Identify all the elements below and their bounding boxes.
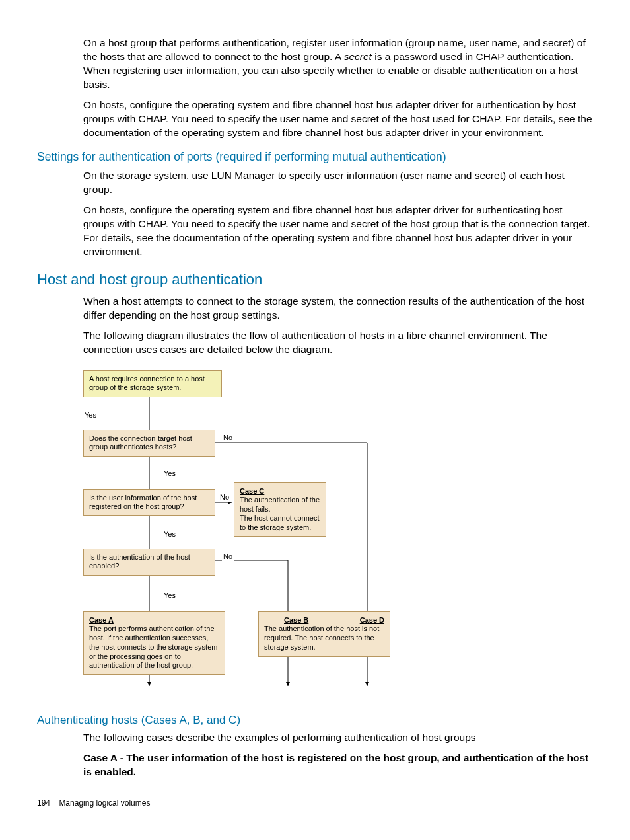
page-number: 194 [37, 798, 50, 808]
flowchart-case-title: Case D [360, 616, 384, 625]
flowchart-label-yes: Yes [162, 592, 177, 601]
flowchart-text: Does the connection-target host group au… [89, 434, 192, 451]
flowchart-label-no: No [222, 434, 234, 443]
flowchart-case-title: Case A [89, 616, 114, 624]
flowchart-case-c-box: Case C The authentication of the host fa… [234, 482, 326, 537]
footer-title: Managing logical volumes [59, 798, 150, 808]
flowchart-label-yes: Yes [162, 469, 177, 478]
flowchart-case-title: Case C [240, 487, 264, 495]
italic-term: secret [344, 51, 372, 62]
flowchart-text: Is the authentication of the host enable… [89, 553, 190, 570]
paragraph: On hosts, configure the operating system… [83, 98, 593, 140]
flowchart-question-box: Is the authentication of the host enable… [83, 549, 215, 576]
subheading-settings: Settings for authentication of ports (re… [37, 150, 593, 164]
flowchart-diagram: A host requires connection to a host gro… [83, 370, 400, 701]
flowchart-label-no: No [222, 553, 234, 562]
paragraph: On hosts, configure the operating system… [83, 204, 593, 259]
heading-host-auth: Host and host group authentication [37, 271, 593, 288]
flowchart-text: The authentication of the host is not re… [264, 625, 379, 651]
paragraph: On a host group that performs authentica… [83, 36, 593, 92]
paragraph: On the storage system, use LUN Manager t… [83, 169, 593, 197]
paragraph-bold: Case A - The user information of the hos… [83, 751, 593, 779]
flowchart-text: Is the user information of the host regi… [89, 494, 197, 511]
flowchart-question-box: Does the connection-target host group au… [83, 430, 215, 457]
subheading-auth-hosts: Authenticating hosts (Cases A, B, and C) [37, 714, 593, 727]
flowchart-question-box: Is the user information of the host regi… [83, 489, 215, 517]
flowchart-case-bd-box: Case B Case D The authentication of the … [258, 611, 390, 657]
paragraph: The following diagram illustrates the fl… [83, 329, 593, 357]
flowchart-text: The port performs authentication of the … [89, 625, 217, 669]
flowchart-label-yes: Yes [162, 530, 177, 539]
page-footer: 194 Managing logical volumes [37, 798, 593, 808]
flowchart-case-a-box: Case A The port performs authentication … [83, 611, 225, 675]
flowchart-text: The authentication of the host fails. Th… [240, 496, 320, 531]
flowchart-label-no: No [219, 493, 230, 502]
flowchart-text: A host requires connection to a host gro… [89, 375, 205, 392]
paragraph: The following cases describe the example… [83, 731, 593, 745]
flowchart-label-yes: Yes [83, 411, 98, 420]
flowchart-start-box: A host requires connection to a host gro… [83, 370, 222, 398]
flowchart-case-title: Case B [284, 616, 308, 625]
paragraph: When a host attempts to connect to the s… [83, 295, 593, 323]
